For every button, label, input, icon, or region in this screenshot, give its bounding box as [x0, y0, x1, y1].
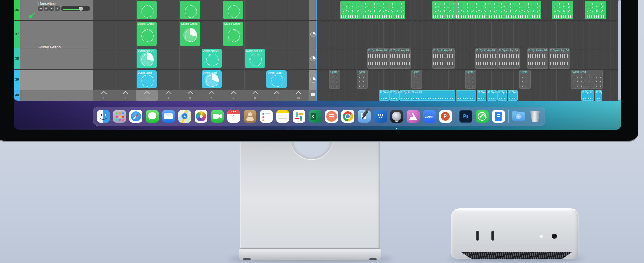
slack-icon[interactable]	[293, 110, 305, 123]
audio-region-synth-arp[interactable]: ⟳Synth Arp 04	[527, 48, 548, 69]
region-synth-pluck[interactable]: ⟳Synt	[497, 90, 507, 101]
region-synth-pluck[interactable]: ⟳Synt	[487, 90, 497, 101]
usb-c-port	[491, 231, 494, 241]
audio-region-synth-arp[interactable]: ⟳Synth Arp 04	[549, 48, 570, 69]
loop-cell[interactable]: Studio Grand	[223, 22, 243, 46]
loop-cell[interactable]: Synth Lead	[266, 70, 287, 88]
downloads-folder-icon[interactable]	[512, 110, 525, 123]
scene-trigger-9[interactable]: 9	[266, 90, 287, 101]
logic-pro-icon[interactable]	[390, 110, 403, 123]
region-synth-pluck[interactable]: ⟳Synt	[477, 90, 486, 101]
loop-cell[interactable]	[180, 1, 200, 19]
loop-cell-playing[interactable]: Synth Arp 04	[137, 49, 157, 68]
audio-region-synth-arp[interactable]: ⟳Synth Arp 04	[432, 48, 455, 69]
region-synth-pluck[interactable]: ⟳Sy	[595, 90, 602, 101]
region-synth-pluck[interactable]	[456, 90, 476, 101]
vertical-scrollbar[interactable]	[618, 0, 621, 101]
photoshop-icon[interactable]: Ps	[459, 110, 472, 123]
region-synth-pluck[interactable]: ⟳Synth Pluck 01	[399, 90, 455, 101]
midi-region[interactable]	[552, 1, 573, 19]
notes-icon[interactable]	[276, 110, 289, 123]
launchpad-icon[interactable]	[113, 110, 126, 123]
midi-region[interactable]	[455, 1, 498, 19]
region-synth-pluck[interactable]: ⟳Synt	[389, 90, 399, 101]
dock: APR 1 X W zoom P Ps	[93, 107, 545, 126]
finder-icon[interactable]	[97, 110, 110, 123]
audio-region-synth-arp[interactable]: ⟳Synth Arp 04	[367, 48, 389, 69]
zoom-icon[interactable]: zoom	[423, 110, 436, 123]
track-header-synth-lead[interactable]: Synth Lead M S R I	[20, 69, 93, 90]
volume-slider[interactable]	[61, 6, 90, 11]
input-button[interactable]: I	[55, 6, 60, 11]
playhead[interactable]	[456, 0, 456, 101]
facetime-icon[interactable]	[211, 110, 224, 123]
quip-icon[interactable]	[325, 110, 338, 123]
scene-trigger-5[interactable]: 5	[179, 90, 201, 101]
contacts-icon[interactable]	[244, 110, 256, 123]
scene-trigger-4[interactable]: 4	[158, 90, 179, 101]
loop-cell[interactable]: Synth Lead	[137, 70, 157, 88]
audio-region-synth-arp[interactable]: ⟳Synth Arp 04	[389, 48, 411, 69]
scene-trigger-8[interactable]: 8	[244, 90, 266, 101]
row-separator	[14, 90, 621, 90]
reminders-icon[interactable]	[260, 110, 273, 123]
midi-region-synth[interactable]: Synth	[411, 70, 422, 89]
loop-cell-playing[interactable]: Studio Grand	[180, 22, 200, 46]
midi-region[interactable]	[585, 1, 606, 19]
region-synth-pluck[interactable]: ⟳Synt	[379, 90, 389, 101]
mail-icon[interactable]	[162, 110, 175, 123]
midi-region-synth[interactable]: Synth	[519, 70, 531, 89]
maps-icon[interactable]	[178, 110, 191, 123]
scene-trigger-1[interactable]: 1	[93, 90, 115, 101]
excel-icon[interactable]: X	[309, 110, 322, 123]
midi-region[interactable]	[432, 1, 455, 19]
mute-button[interactable]: M	[38, 6, 43, 11]
messages-icon[interactable]	[146, 110, 159, 123]
google-docs-icon[interactable]	[492, 110, 505, 123]
cell-timer-icon[interactable]	[310, 56, 316, 61]
midi-region-synth[interactable]: Synth	[329, 70, 340, 89]
scene-trigger-10[interactable]: 10	[288, 90, 309, 101]
stop-all-icon[interactable]	[311, 93, 315, 96]
audio-region-synth-arp[interactable]: ⟳Synth Arp 04	[475, 48, 498, 69]
loop-cell[interactable]	[137, 1, 157, 19]
midi-region[interactable]	[340, 1, 362, 19]
midi-region[interactable]	[498, 1, 541, 19]
dock-separator	[508, 110, 509, 123]
loop-cell[interactable]: Studio Grand	[137, 22, 157, 46]
scene-trigger-row: 1 2 3 4 5 6 7 8 9 10	[93, 90, 309, 101]
powerpoint-icon[interactable]: P	[439, 110, 452, 123]
solo-button[interactable]: S	[44, 6, 49, 11]
photos-icon[interactable]	[195, 110, 207, 123]
cell-timer-icon[interactable]	[310, 32, 316, 37]
region-synth-pluck[interactable]: ⟳Synt	[508, 90, 518, 101]
word-icon[interactable]: W	[374, 110, 387, 123]
scene-trigger-2[interactable]: 2	[115, 90, 136, 101]
calendar-icon[interactable]: APR 1	[227, 110, 240, 123]
record-button[interactable]: R	[49, 6, 54, 11]
trash-icon[interactable]	[528, 110, 541, 123]
affinity-photo-icon[interactable]	[407, 110, 420, 123]
midi-region-synth-lead[interactable]: Synth Lead	[571, 70, 603, 89]
scene-trigger-6[interactable]: 6	[201, 90, 222, 101]
loop-cell[interactable]: Synth Arp 04	[245, 49, 265, 68]
loop-cell[interactable]: Synth Arp 04	[202, 49, 222, 68]
scene-trigger-7[interactable]: 7	[223, 90, 244, 101]
midi-region[interactable]	[362, 1, 405, 19]
whatsapp-icon[interactable]	[476, 110, 489, 123]
chrome-icon[interactable]	[341, 110, 354, 123]
audio-region-synth-arp[interactable]: ⟳Synth Arp 04	[498, 48, 520, 69]
xcode-icon[interactable]	[358, 110, 371, 123]
region-synth-pluck[interactable]: ⟳Synth	[581, 90, 594, 101]
midi-region-synth[interactable]: Synth	[357, 70, 368, 89]
safari-icon[interactable]	[129, 110, 142, 123]
track-header-dancefloor[interactable]: .g36:before{background:#31d158;} .g36:af…	[20, 0, 93, 20]
midi-region-synth[interactable]: Synth	[465, 70, 476, 89]
track-header-synth-pluck[interactable]: Synth Pluck 01 M S R I	[20, 90, 93, 101]
cell-timer-icon[interactable]	[310, 77, 316, 83]
loop-cell-playing[interactable]: Synth Lead	[202, 70, 222, 88]
scene-trigger-3[interactable]: 3	[136, 90, 158, 101]
track-header-studio-grand[interactable]: Studio Grand M S R I	[20, 20, 93, 48]
track-header-synth-arp[interactable]: Synth Arp 04 M S R I	[20, 48, 93, 69]
loop-cell[interactable]	[223, 1, 243, 19]
